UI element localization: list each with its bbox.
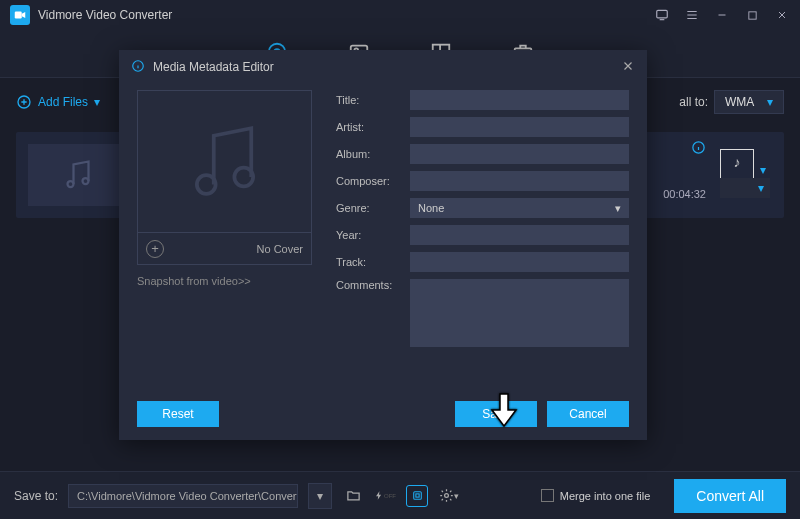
input-comments[interactable] — [410, 279, 629, 347]
app-logo — [10, 5, 30, 25]
minimize-button[interactable] — [714, 7, 730, 23]
merge-label: Merge into one file — [560, 490, 651, 502]
high-speed-icon[interactable]: OFF — [374, 485, 396, 507]
convert-all-to: all to: WMA ▾ — [679, 90, 784, 114]
label-comments: Comments: — [336, 279, 402, 291]
save-path-dropdown[interactable]: ▾ — [308, 483, 332, 509]
reset-button[interactable]: Reset — [137, 401, 219, 427]
open-folder-icon[interactable] — [342, 485, 364, 507]
feedback-icon[interactable] — [654, 7, 670, 23]
svg-point-10 — [68, 181, 74, 187]
input-album[interactable] — [410, 144, 629, 164]
chevron-down-icon: ▾ — [767, 95, 773, 109]
cancel-button[interactable]: Cancel — [547, 401, 629, 427]
svg-rect-1 — [657, 10, 668, 18]
output-format-dropdown[interactable]: WMA ▾ — [714, 90, 784, 114]
modal-title: Media Metadata Editor — [153, 60, 274, 74]
modal-close-button[interactable] — [621, 59, 635, 76]
input-artist[interactable] — [410, 117, 629, 137]
metadata-editor-modal: Media Metadata Editor + No Cover Snapsho… — [119, 50, 647, 440]
titlebar: Vidmore Video Converter — [0, 0, 800, 30]
add-files-label: Add Files — [38, 95, 88, 109]
maximize-button[interactable] — [744, 7, 760, 23]
cover-art-box: + No Cover — [137, 90, 312, 265]
input-title[interactable] — [410, 90, 629, 110]
app-title: Vidmore Video Converter — [38, 8, 654, 22]
input-track[interactable] — [410, 252, 629, 272]
label-track: Track: — [336, 256, 402, 268]
svg-rect-13 — [413, 492, 421, 500]
label-artist: Artist: — [336, 121, 402, 133]
svg-point-11 — [83, 178, 89, 184]
snapshot-link[interactable]: Snapshot from video>> — [137, 275, 312, 287]
input-composer[interactable] — [410, 171, 629, 191]
file-duration: 00:04:32 — [663, 188, 706, 200]
menu-icon[interactable] — [684, 7, 700, 23]
info-icon — [131, 59, 145, 76]
row-chevron[interactable]: ▾ — [720, 178, 770, 198]
chevron-down-icon: ▾ — [94, 95, 100, 109]
svg-rect-14 — [415, 494, 418, 497]
select-genre[interactable]: None▾ — [410, 198, 629, 218]
chevron-down-icon: ▾ — [615, 202, 621, 215]
convert-all-button[interactable]: Convert All — [674, 479, 786, 513]
checkbox-icon — [541, 489, 554, 502]
annotation-arrow-icon — [490, 392, 518, 431]
chevron-down-icon[interactable]: ▾ — [760, 163, 766, 177]
save-to-label: Save to: — [14, 489, 58, 503]
save-path-input[interactable]: C:\Vidmore\Vidmore Video Converter\Conve… — [68, 484, 298, 508]
info-icon[interactable] — [691, 140, 706, 158]
label-composer: Composer: — [336, 175, 402, 187]
no-cover-label: No Cover — [257, 243, 303, 255]
label-album: Album: — [336, 148, 402, 160]
close-button[interactable] — [774, 7, 790, 23]
label-year: Year: — [336, 229, 402, 241]
svg-rect-0 — [15, 12, 22, 19]
cover-placeholder-icon — [138, 91, 311, 232]
output-format-value: WMA — [725, 95, 754, 109]
svg-point-15 — [445, 494, 449, 498]
file-thumbnail — [28, 144, 128, 206]
label-genre: Genre: — [336, 202, 402, 214]
add-cover-button[interactable]: + — [146, 240, 164, 258]
bottom-bar: Save to: C:\Vidmore\Vidmore Video Conver… — [0, 471, 800, 519]
merge-checkbox[interactable]: Merge into one file — [541, 489, 651, 502]
convert-all-to-label: all to: — [679, 95, 708, 109]
label-title: Title: — [336, 94, 402, 106]
add-files-button[interactable]: Add Files ▾ — [16, 94, 100, 110]
svg-rect-2 — [748, 11, 755, 18]
settings-icon[interactable]: ▾ — [438, 485, 460, 507]
input-year[interactable] — [410, 225, 629, 245]
gpu-accel-icon[interactable] — [406, 485, 428, 507]
